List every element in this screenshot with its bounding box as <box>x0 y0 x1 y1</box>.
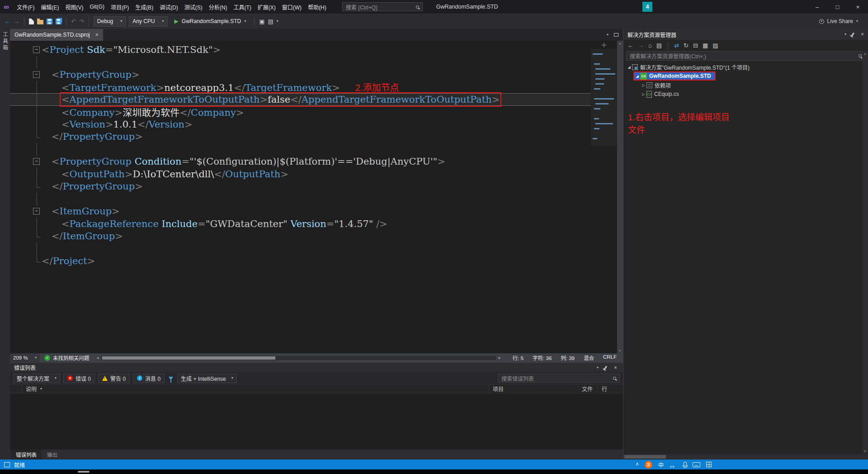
new-file-icon[interactable] <box>29 19 34 24</box>
column-header-0[interactable]: 说明▾ <box>22 384 489 393</box>
navigate-back-icon[interactable]: ← <box>5 19 10 24</box>
bottom-tab-1[interactable]: 输出 <box>42 450 62 460</box>
menu-item-2[interactable]: 视图(V) <box>62 0 86 14</box>
menu-item-11[interactable]: 窗口(W) <box>279 0 305 14</box>
sync-with-active-document-icon[interactable]: ⇄ <box>674 43 679 48</box>
tree-item-solution[interactable]: ◢解决方案"GwRandomSample.STD"(1 个项目) <box>623 62 862 71</box>
code-line-7[interactable]: <Version>1.0.1</Version> <box>10 118 591 131</box>
code-line-8[interactable]: </PropertyGroup> <box>10 131 591 143</box>
code-line-10[interactable]: <PropertyGroup Condition="'$(Configurati… <box>10 156 591 168</box>
maximize-button[interactable]: □ <box>827 0 848 14</box>
toolbar-overflow-icon[interactable]: ▾ <box>277 19 278 23</box>
toolbar-extra-icon-1[interactable]: ▣ <box>259 19 264 24</box>
document-health[interactable]: ✓ 未找到相关问题 <box>40 354 94 361</box>
scroll-left-icon[interactable]: ◄ <box>95 356 100 360</box>
scroll-down-icon[interactable]: ▼ <box>862 450 868 453</box>
save-all-icon[interactable] <box>56 19 61 24</box>
zoom-dropdown[interactable]: 209 % ▾ <box>10 353 40 362</box>
fold-toggle-icon[interactable] <box>10 43 42 56</box>
code-line-11[interactable]: <OutputPath>D:\IoTCenter\dll\</OutputPat… <box>10 168 591 180</box>
column-header-severity[interactable] <box>10 384 22 393</box>
close-button[interactable]: × <box>848 0 868 14</box>
warnings-filter-button[interactable]: 警告 0 <box>98 374 130 383</box>
menu-item-5[interactable]: 生成(B) <box>132 0 156 14</box>
scroll-right-icon[interactable]: ► <box>497 356 502 360</box>
panel-close-icon[interactable]: × <box>861 31 864 38</box>
open-file-icon[interactable] <box>37 20 43 24</box>
error-search-box[interactable]: 搜索错误列表 <box>498 374 620 383</box>
float-window-icon[interactable] <box>614 33 618 37</box>
solution-vertical-scrollbar[interactable]: ▲ ▼ <box>862 51 868 454</box>
expanded-arrow-icon[interactable]: ◢ <box>626 65 632 69</box>
scroll-down-icon[interactable]: ▼ <box>617 349 623 352</box>
pin-icon[interactable] <box>851 33 854 36</box>
window-position-icon[interactable]: ▾ <box>844 33 846 36</box>
line-ending[interactable]: CRLF <box>603 354 617 361</box>
hscroll-thumb[interactable] <box>624 455 666 459</box>
ime-punctuation[interactable]: ，。 <box>670 461 678 469</box>
tree-item-project[interactable]: ◢C#GwRandomSample.STD <box>623 71 862 81</box>
nav-back-icon[interactable]: ← <box>627 43 633 48</box>
error-list-body[interactable] <box>10 393 623 450</box>
encoding-mode[interactable]: 混合 <box>584 354 594 361</box>
ime-toolbox-icon[interactable] <box>706 462 712 467</box>
tab-close-icon[interactable]: × <box>95 32 99 38</box>
chevron-down-icon[interactable]: ▾ <box>856 19 858 23</box>
panel-close-icon[interactable]: × <box>614 365 617 371</box>
hscroll-thumb[interactable] <box>102 356 276 360</box>
pin-icon[interactable] <box>604 365 607 369</box>
column-header-1[interactable]: 项目 <box>489 384 578 393</box>
messages-filter-button[interactable]: i 消息 0 <box>133 374 165 383</box>
show-all-files-icon[interactable]: ▦ <box>703 43 708 48</box>
code-line-6[interactable]: <Company>深圳敢为软件</Company> <box>10 106 591 118</box>
solution-horizontal-scrollbar[interactable] <box>623 454 868 460</box>
bottom-tab-0[interactable]: 错误列表 <box>11 450 42 460</box>
save-icon[interactable] <box>47 19 52 24</box>
code-line-13[interactable] <box>10 193 591 205</box>
code-line-18[interactable]: </Project> <box>10 255 591 268</box>
minimap-viewport[interactable] <box>591 49 617 146</box>
code-line-14[interactable]: <ItemGroup> <box>10 205 591 218</box>
fold-toggle-icon[interactable] <box>10 205 42 218</box>
code-line-3[interactable]: <PropertyGroup> <box>10 68 591 81</box>
refresh-icon[interactable]: ↻ <box>684 43 689 48</box>
tree-item-cequip-cs[interactable]: ▷C#CEquip.cs <box>623 90 862 99</box>
tab-list-chevron-icon[interactable]: ▾ <box>607 33 609 37</box>
sogou-ime-icon[interactable]: S <box>645 461 652 469</box>
redo-icon[interactable]: ↷ <box>79 19 84 24</box>
code-line-1[interactable]: <Project Sdk="Microsoft.NET.Sdk"> <box>10 43 591 56</box>
editor-vertical-scrollbar[interactable]: ▲ ▼ <box>617 41 623 353</box>
code-line-2[interactable] <box>10 56 591 69</box>
menu-item-4[interactable]: 项目(P) <box>108 0 132 14</box>
configuration-dropdown[interactable]: Debug ▾ <box>94 16 126 27</box>
code-line-4[interactable]: <TargetFramework>netcoreapp3.1</TargetFr… <box>10 81 591 94</box>
menu-item-6[interactable]: 调试(D) <box>156 0 181 14</box>
scope-dropdown[interactable]: 整个解决方案 ▾ <box>13 374 60 383</box>
menu-item-3[interactable]: Git(G) <box>86 0 108 14</box>
expanded-arrow-icon[interactable]: ◢ <box>634 74 640 78</box>
notification-badge[interactable]: 4 <box>642 2 652 12</box>
menu-item-8[interactable]: 分析(N) <box>206 0 231 14</box>
menu-item-12[interactable]: 帮助(H) <box>305 0 330 14</box>
filter-icon[interactable] <box>169 377 173 380</box>
fold-toggle-icon[interactable] <box>10 68 42 81</box>
code-line-15[interactable]: <PackageReference Include="GWDataCenter"… <box>10 218 591 230</box>
code-line-17[interactable] <box>10 242 591 255</box>
undo-icon[interactable]: ↶ <box>71 19 76 24</box>
column-header-3[interactable]: 行 <box>598 384 623 393</box>
scroll-up-icon[interactable]: ▲ <box>617 42 623 45</box>
minimize-button[interactable]: – <box>807 0 827 14</box>
column-header-2[interactable]: 文件 <box>578 384 598 393</box>
toolbar-extra-icon-2[interactable]: ▤ <box>268 19 274 24</box>
collapsed-arrow-icon[interactable]: ▷ <box>641 83 646 87</box>
platform-dropdown[interactable]: Any CPU ▾ <box>129 16 167 27</box>
quick-search-box[interactable]: 搜索 (Ctrl+Q) <box>342 2 423 11</box>
menu-item-10[interactable]: 扩展(X) <box>255 0 279 14</box>
switch-views-icon[interactable]: ▤ <box>656 43 662 48</box>
window-position-icon[interactable]: ▾ <box>597 366 599 370</box>
errors-filter-button[interactable]: × 错误 0 <box>63 374 95 383</box>
nav-forward-icon[interactable]: → <box>638 43 644 48</box>
collapse-all-icon[interactable]: ⊟ <box>693 43 698 48</box>
collapsed-arrow-icon[interactable]: ▷ <box>641 92 646 96</box>
code-line-16[interactable]: </ItemGroup> <box>10 230 591 243</box>
